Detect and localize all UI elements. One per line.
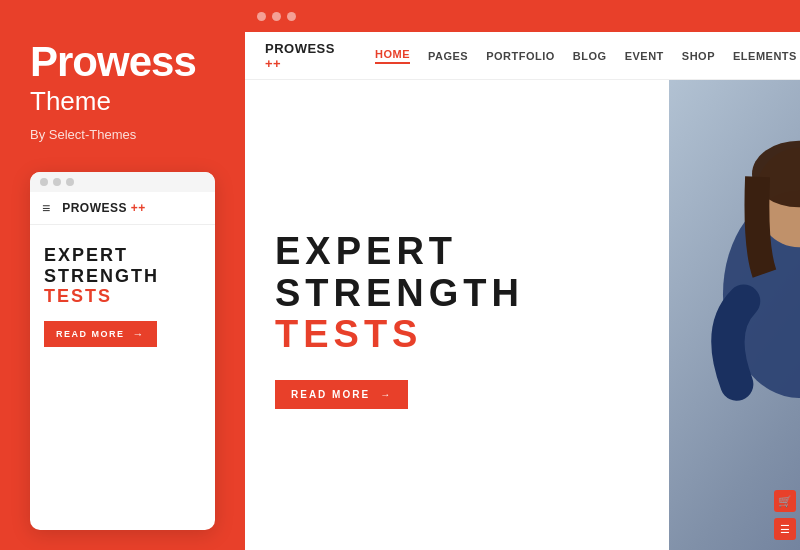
hero-left: EXPERT STRENGTH TESTS READ MORE → [245, 80, 669, 550]
float-cart-icon[interactable]: 🛒 [774, 490, 796, 512]
browser-chrome [245, 0, 800, 32]
woman-figure [669, 80, 800, 550]
nav-home[interactable]: HOME [375, 48, 410, 64]
mobile-card-bar [30, 172, 215, 192]
browser-dot-3 [287, 12, 296, 21]
mobile-hero: EXPERT STRENGTH TESTS READ MORE → [30, 225, 215, 361]
mobile-dot-1 [40, 178, 48, 186]
mobile-nav: ≡ PROWESS ++ [30, 192, 215, 225]
nav-elements[interactable]: ELEMENTS [733, 50, 797, 62]
browser-dot-2 [272, 12, 281, 21]
theme-title: Prowess Theme [30, 40, 215, 117]
mobile-logo-plus: ++ [131, 201, 146, 215]
mobile-preview-card: ≡ PROWESS ++ EXPERT STRENGTH TESTS READ … [30, 172, 215, 530]
nav-shop[interactable]: SHOP [682, 50, 715, 62]
hamburger-icon: ≡ [42, 200, 50, 216]
hero-area: EXPERT STRENGTH TESTS READ MORE → [245, 80, 800, 550]
mobile-arrow-icon: → [133, 328, 146, 340]
mobile-logo: PROWESS ++ [62, 201, 146, 215]
mobile-dot-3 [66, 178, 74, 186]
left-panel: Prowess Theme By Select-Themes ≡ PROWESS… [0, 0, 245, 550]
hero-photo-panel [669, 80, 800, 550]
nav-portfolio[interactable]: PORTFOLIO [486, 50, 555, 62]
float-list-icon[interactable]: ☰ [774, 518, 796, 540]
browser-logo: PROWESS ++ [265, 41, 335, 71]
browser-content: PROWESS ++ HOME PAGES PORTFOLIO BLOG EVE… [245, 32, 800, 550]
right-panel: PROWESS ++ HOME PAGES PORTFOLIO BLOG EVE… [245, 0, 800, 550]
float-icons: 🛒 ☰ [774, 490, 796, 540]
browser-dot-1 [257, 12, 266, 21]
mobile-hero-title: EXPERT STRENGTH TESTS [44, 245, 201, 307]
mobile-read-more-button[interactable]: READ MORE → [44, 321, 157, 347]
nav-links: HOME PAGES PORTFOLIO BLOG EVENT SHOP ELE… [375, 48, 797, 64]
hero-arrow-icon: → [380, 389, 392, 400]
hero-photo [669, 80, 800, 550]
browser-logo-plus: ++ [265, 56, 281, 71]
hero-read-more-button[interactable]: READ MORE → [275, 380, 408, 409]
by-line: By Select-Themes [30, 127, 215, 142]
mobile-dot-2 [53, 178, 61, 186]
hero-title: EXPERT STRENGTH TESTS [275, 231, 639, 356]
browser-nav: PROWESS ++ HOME PAGES PORTFOLIO BLOG EVE… [245, 32, 800, 80]
nav-blog[interactable]: BLOG [573, 50, 607, 62]
nav-pages[interactable]: PAGES [428, 50, 468, 62]
nav-event[interactable]: EVENT [625, 50, 664, 62]
